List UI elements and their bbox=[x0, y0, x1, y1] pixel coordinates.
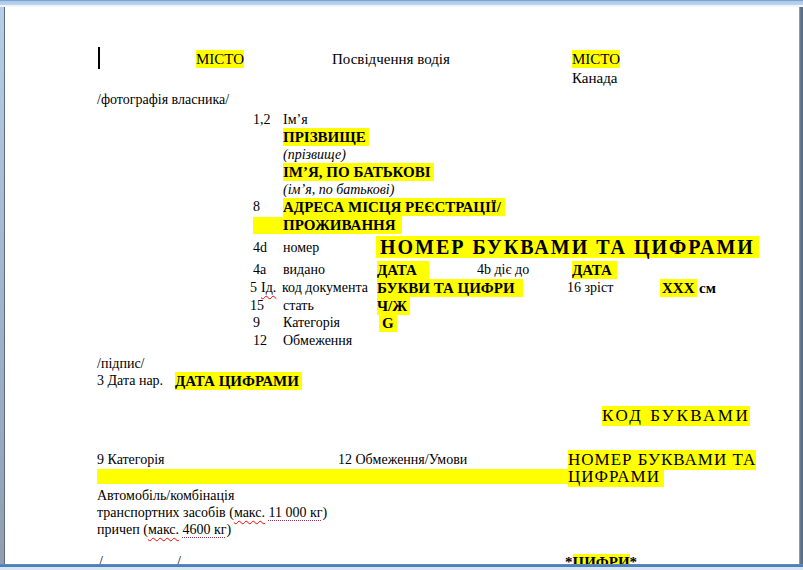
trailer-close-paren: ) bbox=[227, 522, 232, 537]
restrictions-field-label: Обмеження bbox=[283, 333, 352, 350]
name-field-number: 1,2 bbox=[253, 112, 271, 129]
trailer-line: причеп (макс. 4600 кг) bbox=[97, 522, 231, 539]
document-title: Посвідчення водія bbox=[332, 50, 450, 68]
doccode-placeholder: БУКВИ ТА ЦИФРИ bbox=[377, 279, 523, 297]
birthdate-label: 3 Дата нар. bbox=[97, 373, 163, 390]
issued-date-placeholder: ДАТА bbox=[377, 261, 429, 279]
valid-date-placeholder: ДАТА bbox=[572, 261, 617, 279]
code-letters-placeholder: КОД БУКВАМИ bbox=[602, 406, 750, 426]
sex-placeholder: Ч/Ж bbox=[377, 297, 410, 315]
trailer-text: причеп ( bbox=[97, 522, 148, 537]
word-window: МІСТО Посвідчення водія МІСТО Канада /фо… bbox=[0, 0, 803, 570]
birthdate-placeholder: ДАТА ЦИФРАМИ bbox=[175, 372, 302, 390]
text-cursor bbox=[98, 47, 100, 69]
doccode-abbrev-misspelled: Ід. bbox=[261, 280, 276, 297]
licence-number-placeholder: НОМЕР БУКВАМИ ТА ЦИФРАМИ bbox=[376, 236, 759, 258]
sex-field-label: стать bbox=[283, 298, 314, 315]
highlight-bar bbox=[97, 469, 568, 484]
window-border-left bbox=[0, 7, 5, 570]
surname-caption: (прізвище) bbox=[283, 147, 346, 164]
number-field-label: номер bbox=[283, 240, 319, 257]
back-number-placeholder-line2: ЦИФРАМИ bbox=[568, 467, 664, 487]
trailer-maks-misspelled: макс. bbox=[148, 522, 179, 537]
photo-placeholder: /фотографія власника/ bbox=[97, 92, 229, 109]
surname-placeholder: ПРІЗВИЩЕ bbox=[283, 128, 369, 146]
city-left-placeholder: МІСТО bbox=[196, 50, 244, 68]
height-field-label: 16 зріст bbox=[567, 280, 613, 297]
vehicle-text: транспортних засобів ( bbox=[97, 505, 234, 520]
height-unit: см bbox=[699, 279, 716, 297]
height-placeholder: XXX bbox=[660, 279, 697, 297]
window-border-bottom bbox=[0, 564, 803, 570]
restrictions-field-number: 12 bbox=[253, 333, 267, 350]
given-name-caption: (ім’я, по батькові) bbox=[283, 182, 394, 199]
issued-field-label: видано bbox=[283, 262, 325, 279]
trailer-weight-smarttag: 4600 кг bbox=[183, 522, 227, 537]
category-placeholder: G bbox=[379, 314, 397, 332]
vehicle-combo-line1: Автомобіль/комбінація bbox=[97, 488, 234, 505]
number-field-number: 4d bbox=[253, 240, 267, 257]
signature-placeholder: /підпис/ bbox=[97, 356, 144, 373]
address-placeholder-line2: ПРОЖИВАННЯ bbox=[283, 216, 402, 234]
vehicle-close-paren: ) bbox=[323, 505, 328, 520]
window-border-right bbox=[799, 7, 803, 570]
back-restrictions-label: 12 Обмеження/Умови bbox=[338, 452, 467, 469]
valid-until-label: 4b діє до bbox=[477, 262, 529, 279]
doccode-field-label: код документа bbox=[282, 280, 368, 297]
category-field-label: Категорія bbox=[283, 315, 340, 332]
window-border-top bbox=[0, 0, 803, 7]
vehicle-weight-smarttag: 11 000 кг bbox=[269, 505, 323, 520]
address-indent-highlight bbox=[253, 217, 283, 234]
sex-field-number: 15 bbox=[250, 298, 264, 315]
city-right-placeholder: МІСТО bbox=[572, 50, 620, 68]
given-name-placeholder: ІМ’Я, ПО БАТЬКОВІ bbox=[283, 163, 434, 181]
address-field-number: 8 bbox=[253, 199, 260, 216]
doccode-field-number: 5 bbox=[250, 280, 257, 297]
address-placeholder-line1: АДРЕСА МІСЦЯ РЕЄСТРАЦІЇ/ bbox=[283, 198, 505, 216]
issued-field-number: 4a bbox=[253, 262, 266, 279]
name-field-label: Ім’я bbox=[283, 112, 308, 129]
vehicle-combo-line2: транспортних засобів (макс. 11 000 кг) bbox=[97, 505, 327, 522]
back-category-label: 9 Категорія bbox=[97, 452, 165, 469]
country-label: Канада bbox=[572, 69, 617, 87]
vehicle-maks-misspelled: макс. bbox=[234, 505, 265, 520]
category-field-number: 9 bbox=[253, 315, 260, 332]
